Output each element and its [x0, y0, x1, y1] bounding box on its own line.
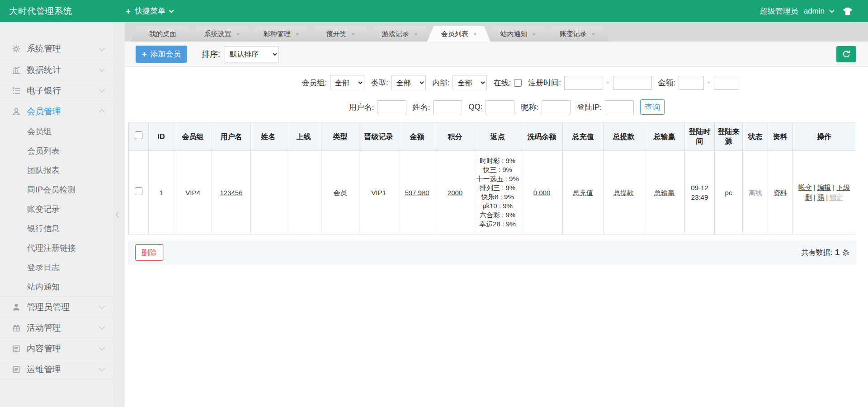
nickname-label: 昵称: [521, 102, 538, 112]
type-label: 类型: [371, 78, 388, 88]
online-checkbox[interactable] [514, 79, 522, 87]
sidebar-item-activity-management[interactable]: 活动管理 [0, 317, 113, 338]
content-icon [12, 344, 21, 353]
tab-site-notice[interactable]: 站内通知 × [486, 26, 550, 42]
online-label: 在线: [493, 78, 511, 88]
sidebar-subitem-login-log[interactable]: 登录日志 [0, 257, 113, 277]
close-icon[interactable]: × [414, 31, 418, 37]
points-link[interactable]: 2000 [448, 189, 462, 196]
total-withdraw-link[interactable]: 总提款 [613, 189, 634, 196]
tab-lottery-management[interactable]: 彩种管理 × [250, 26, 313, 42]
sidebar-subitem-site-notice[interactable]: 站内通知 [0, 277, 113, 296]
chevron-down-icon [99, 365, 105, 371]
username-input[interactable] [377, 100, 406, 114]
col-total-winloss: 总输赢 [644, 122, 685, 151]
login-ip-label: 登陆IP: [577, 102, 602, 112]
sidebar-collapse-handle[interactable] [114, 203, 123, 228]
quick-menu-button[interactable]: + 快捷菜单 [126, 6, 173, 16]
reg-time-from-input[interactable] [564, 76, 603, 90]
login-ip-input[interactable] [605, 100, 634, 114]
pipe-separator: | [814, 183, 816, 191]
dash-separator: - [708, 78, 710, 87]
amount-from-input[interactable] [679, 76, 704, 90]
filter-row-2: 用户名: 姓名: QQ: 昵称: 登陆IP: [125, 99, 868, 115]
add-member-button[interactable]: + 添加会员 [136, 46, 187, 63]
sidebar-item-member-management[interactable]: 会员管理 [0, 101, 113, 122]
username-link[interactable]: 123456 [220, 189, 242, 196]
col-upline: 上线 [286, 122, 321, 151]
tab-my-desktop[interactable]: 我的桌面 [131, 26, 194, 42]
edit-link[interactable]: 编辑 [817, 183, 831, 191]
amount-label: 金额: [658, 78, 676, 88]
add-member-label: 添加会员 [151, 49, 181, 59]
close-icon[interactable]: × [296, 31, 299, 37]
nickname-input[interactable] [542, 100, 571, 114]
sidebar-item-system-management[interactable]: 系统管理 [0, 38, 113, 59]
sidebar-item-ops-management[interactable]: 运维管理 [0, 359, 113, 379]
select-all-checkbox[interactable] [135, 131, 142, 139]
cell-promotion: VIP1 [359, 151, 398, 234]
search-button[interactable]: 查询 [640, 99, 665, 115]
qq-input[interactable] [486, 100, 514, 114]
total-winloss-link[interactable]: 总输赢 [654, 189, 675, 196]
profile-link[interactable]: 资料 [774, 189, 787, 196]
total-deposit-link[interactable]: 总充值 [573, 189, 593, 196]
amount-link[interactable]: 597.980 [405, 189, 429, 196]
sidebar-subitem-bank-info[interactable]: 银行信息 [0, 219, 113, 238]
sidebar-subitem-account-change-log[interactable]: 账变记录 [0, 199, 113, 219]
subordinate-link[interactable]: 下级 [836, 183, 850, 191]
sidebar-subitem-member-list[interactable]: 会员列表 [0, 141, 113, 160]
close-icon[interactable]: × [236, 31, 240, 37]
chevron-left-icon [116, 212, 122, 218]
sidebar-item-content-management[interactable]: 内容管理 [0, 338, 113, 359]
wash-balance-link[interactable]: 0.000 [533, 189, 551, 196]
tab-member-list[interactable]: 会员列表 × [427, 26, 491, 42]
col-login-source: 登陆来源 [715, 122, 743, 151]
theme-shirt-icon[interactable] [843, 7, 853, 16]
close-icon[interactable]: × [473, 31, 477, 37]
account-change-link[interactable]: 帐变 [798, 183, 812, 191]
chevron-down-icon[interactable] [829, 8, 834, 13]
total-count-text: 共有数据: 1 条 [802, 248, 849, 257]
sidebar-subitem-team-report[interactable]: 团队报表 [0, 160, 113, 180]
sidebar-item-data-statistics[interactable]: 数据统计 [0, 59, 113, 80]
sidebar-subitem-member-group[interactable]: 会员组 [0, 122, 113, 141]
close-icon[interactable]: × [533, 31, 536, 37]
sidebar-item-label: 运维管理 [27, 364, 94, 375]
reg-time-to-input[interactable] [613, 76, 652, 90]
tab-account-change-log[interactable]: 账变记录 × [546, 26, 609, 42]
col-actions: 操作 [793, 122, 856, 151]
delete-link[interactable]: 删 [805, 193, 812, 201]
delete-button[interactable]: 删除 [135, 244, 163, 261]
tab-label: 游戏记录 [382, 30, 409, 38]
chevron-up-icon [99, 109, 105, 115]
kick-link[interactable]: 踢 [817, 193, 824, 201]
name-input[interactable] [433, 100, 462, 114]
sidebar-subitem-same-ip-check[interactable]: 同IP会员检测 [0, 180, 113, 199]
close-icon[interactable]: × [592, 31, 595, 37]
tab-game-records[interactable]: 游戏记录 × [368, 26, 431, 42]
user-role: 超级管理员 [760, 6, 798, 16]
row-checkbox[interactable] [135, 187, 142, 195]
internal-select[interactable]: 全部 [453, 75, 487, 90]
tab-pre-draw[interactable]: 预开奖 × [309, 26, 372, 42]
col-status: 状态 [743, 122, 768, 151]
col-type: 类型 [321, 122, 359, 151]
username-dropdown[interactable]: admin [804, 7, 825, 16]
lock-link[interactable]: 锁定 [830, 193, 843, 201]
sidebar-subitem-agent-register-link[interactable]: 代理注册链接 [0, 238, 113, 257]
sort-select[interactable]: 默认排序 [225, 46, 279, 62]
chevron-down-icon [99, 45, 105, 51]
sidebar-item-admin-management[interactable]: 管理员管理 [0, 296, 113, 317]
refresh-button[interactable] [836, 46, 856, 62]
sidebar-item-e-banking[interactable]: 电子银行 [0, 80, 113, 101]
rebate-line: 六合彩 : 9% [476, 211, 519, 220]
chevron-down-icon [99, 66, 105, 72]
close-icon[interactable]: × [351, 31, 355, 37]
type-select[interactable]: 全部 [392, 75, 426, 90]
tab-system-settings[interactable]: 系统设置 × [190, 26, 254, 42]
member-group-select[interactable]: 全部 [330, 75, 364, 90]
admin-icon [12, 303, 21, 312]
amount-to-input[interactable] [714, 76, 739, 90]
cell-id: 1 [149, 151, 174, 234]
